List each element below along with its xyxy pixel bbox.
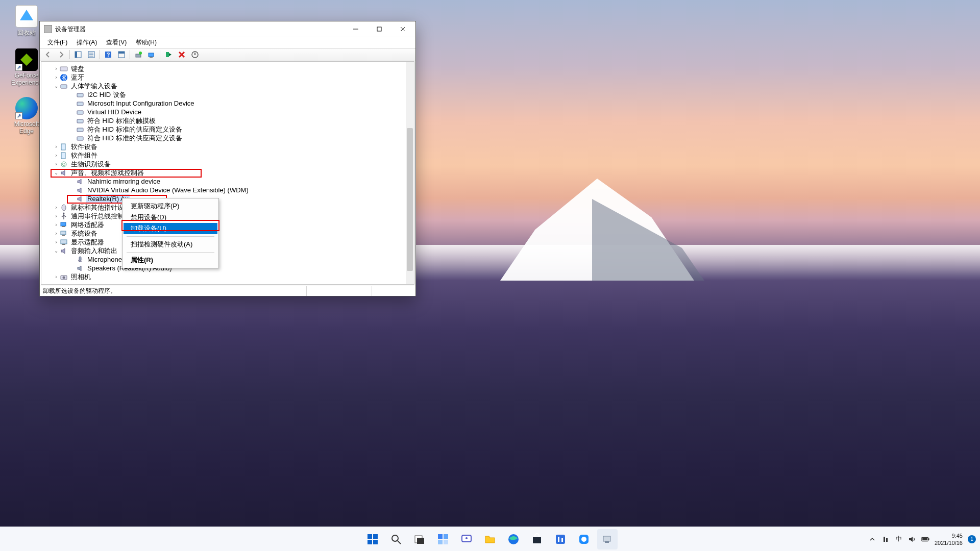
expand-icon[interactable]: › — [53, 73, 60, 82]
system-tray: 中 9:45 2021/10/16 1 — [868, 527, 976, 551]
tree-node-audio-io-child[interactable]: ·Microphone ( — [43, 255, 406, 264]
expand-icon[interactable]: › — [53, 64, 60, 73]
collapse-icon[interactable]: ⌄ — [53, 246, 60, 255]
tree-node-audio-io[interactable]: ⌄ 音频输入和输出 — [43, 246, 406, 255]
toolbar-update-driver-button[interactable] — [132, 49, 144, 60]
notification-badge[interactable]: 1 — [968, 535, 976, 543]
taskbar-app-button[interactable] — [574, 529, 594, 549]
tree-node-hid-child[interactable]: ·符合 HID 标准的触摸板 — [43, 116, 406, 125]
tree-node-hid[interactable]: ⌄ 人体学输入设备 — [43, 82, 406, 90]
store-button[interactable] — [527, 529, 547, 549]
chat-icon — [460, 533, 473, 545]
chat-button[interactable] — [456, 529, 477, 549]
tree-node-sound[interactable]: ⌄ 声音、视频和游戏控制器 — [43, 168, 406, 177]
menu-view[interactable]: 查看(V) — [102, 37, 131, 48]
toolbar-enable-button[interactable] — [162, 49, 175, 60]
tree-node-system-devices[interactable]: ›系统设备 — [43, 229, 406, 238]
menu-file[interactable]: 文件(F) — [43, 37, 72, 48]
toolbar-back-button[interactable] — [42, 49, 54, 60]
context-menu-disable-device[interactable]: 禁用设备(D) — [124, 212, 217, 223]
tree-node-software-devices[interactable]: ›软件设备 — [43, 142, 406, 151]
tree-node-audio-io-child[interactable]: ·Speakers (Realtek(R) Audio) — [43, 264, 406, 272]
tree-label: NVIDIA Virtual Audio Device (Wave Extens… — [86, 186, 250, 194]
widgets-button[interactable] — [433, 529, 453, 549]
toolbar-help-button[interactable]: ? — [102, 49, 114, 60]
tree-node-display[interactable]: ›显示适配器 — [43, 238, 406, 246]
window-title: 设备管理器 — [55, 25, 86, 34]
svg-rect-70 — [886, 538, 888, 542]
scrollbar-thumb[interactable] — [407, 128, 413, 271]
maximize-button[interactable] — [368, 21, 391, 37]
toolbar-separator — [160, 50, 160, 59]
desktop[interactable]: 回收站 ↗ GeForce Experience ↗ Microsoft Edg… — [0, 0, 980, 551]
tree-node-network[interactable]: ›网络适配器 — [43, 220, 406, 229]
context-menu-uninstall-device[interactable]: 卸载设备(U) — [124, 223, 217, 234]
tree-node-usb[interactable]: ›通用串行总线控制 — [43, 212, 406, 220]
ime-indicator[interactable]: 中 — [895, 535, 903, 543]
tree-label: 软件组件 — [70, 151, 99, 160]
taskbar-app-button[interactable] — [550, 529, 571, 549]
menu-action[interactable]: 操作(A) — [72, 37, 102, 48]
volume-icon[interactable] — [908, 535, 916, 543]
tray-overflow-icon[interactable] — [868, 535, 876, 543]
svg-rect-67 — [603, 536, 610, 541]
toolbar-disable-button[interactable] — [189, 49, 201, 60]
expand-icon[interactable]: › — [53, 238, 60, 246]
expand-icon[interactable]: › — [53, 203, 60, 212]
tray-app-icon[interactable] — [881, 535, 890, 543]
search-button[interactable] — [386, 529, 406, 549]
mouse-icon — [60, 204, 68, 212]
titlebar[interactable]: 设备管理器 — [40, 21, 415, 37]
battery-icon[interactable] — [921, 535, 929, 543]
svg-rect-17 — [150, 57, 153, 58]
vertical-scrollbar[interactable] — [406, 62, 414, 284]
biometric-icon — [60, 160, 68, 168]
tree-node-hid-child[interactable]: ·符合 HID 标准的供应商定义设备 — [43, 125, 406, 134]
toolbar-properties-button[interactable] — [85, 49, 97, 60]
collapse-icon[interactable]: ⌄ — [53, 82, 60, 90]
context-menu-properties[interactable]: 属性(R) — [124, 255, 217, 266]
collapse-icon[interactable]: ⌄ — [53, 168, 60, 177]
context-menu-update-driver[interactable]: 更新驱动程序(P) — [124, 201, 217, 212]
file-explorer-button[interactable] — [480, 529, 500, 549]
task-view-icon — [413, 533, 426, 545]
start-button[interactable] — [362, 529, 383, 549]
expand-icon[interactable]: › — [53, 142, 60, 151]
tree-node-camera[interactable]: ›照相机 — [43, 272, 406, 281]
toolbar-uninstall-button[interactable] — [176, 49, 188, 60]
toolbar-actions-button[interactable] — [115, 49, 128, 60]
menu-help[interactable]: 帮助(H) — [131, 37, 161, 48]
tree-node-realtek-audio[interactable]: ·Realtek(R) Au — [43, 194, 406, 203]
tree-node-hid-child[interactable]: ·Virtual HID Device — [43, 108, 406, 116]
toolbar-scan-hardware-button[interactable] — [145, 49, 158, 60]
expand-icon[interactable]: › — [53, 220, 60, 229]
expand-icon[interactable]: › — [53, 212, 60, 220]
tree-node-software-components[interactable]: ›软件组件 — [43, 151, 406, 160]
device-tree[interactable]: › 键盘 › 蓝牙 ⌄ 人体学输入设备 ·I2C HID 设备 ·Microso… — [41, 62, 406, 284]
expand-icon[interactable]: › — [53, 272, 60, 281]
expand-icon[interactable]: › — [53, 229, 60, 238]
tree-node-mice[interactable]: ›鼠标和其他指针设 — [43, 203, 406, 212]
toolbar-show-hide-tree-button[interactable] — [72, 49, 84, 60]
tree-node-hid-child[interactable]: ·符合 HID 标准的供应商定义设备 — [43, 134, 406, 142]
tree-node-hid-child[interactable]: ·I2C HID 设备 — [43, 90, 406, 99]
minimize-button[interactable] — [344, 21, 368, 37]
expand-icon[interactable]: › — [53, 160, 60, 168]
tree-node-sound-child[interactable]: ·Nahimic mirroring device — [43, 177, 406, 186]
toolbar-forward-button[interactable] — [55, 49, 67, 60]
expand-icon[interactable]: › — [53, 151, 60, 160]
tree-label: 鼠标和其他指针设 — [70, 203, 125, 212]
task-view-button[interactable] — [409, 529, 430, 549]
usb-icon — [60, 212, 68, 220]
tree-node-keyboards[interactable]: › 键盘 — [43, 64, 406, 73]
toolbar: ? — [40, 48, 415, 61]
tree-node-hid-child[interactable]: ·Microsoft Input Configuration Device — [43, 99, 406, 108]
close-button[interactable] — [391, 21, 414, 37]
edge-button[interactable] — [503, 529, 524, 549]
tree-node-biometric[interactable]: ›生物识别设备 — [43, 160, 406, 168]
device-manager-taskbar-button[interactable] — [597, 529, 618, 549]
tree-node-bluetooth[interactable]: › 蓝牙 — [43, 73, 406, 82]
clock[interactable]: 9:45 2021/10/16 — [935, 532, 963, 546]
context-menu-scan-hardware[interactable]: 扫描检测硬件改动(A) — [124, 239, 217, 250]
tree-node-sound-child[interactable]: ·NVIDIA Virtual Audio Device (Wave Exten… — [43, 186, 406, 194]
